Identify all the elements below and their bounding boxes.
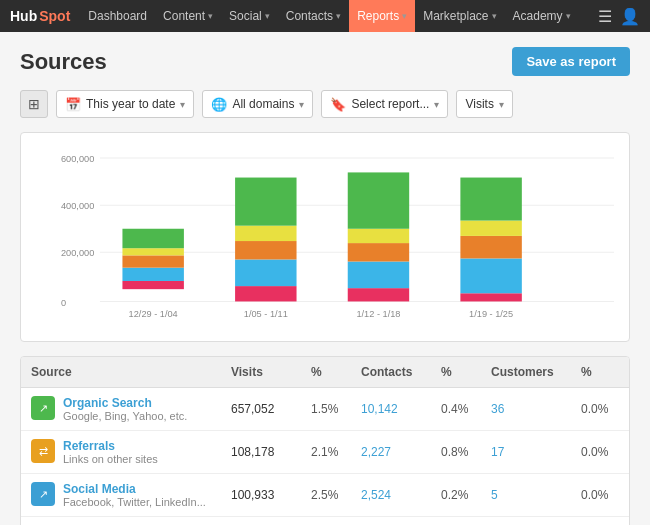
svg-rect-16 <box>235 259 296 286</box>
nav-item-academy[interactable]: Academy ▾ <box>505 0 579 32</box>
chevron-down-icon: ▾ <box>402 11 407 21</box>
save-report-button[interactable]: Save as report <box>512 47 630 76</box>
nav-label-academy: Academy <box>513 9 563 23</box>
chevron-down-icon: ▾ <box>299 99 304 110</box>
contacts-pct: 0.8% <box>441 445 491 459</box>
customers-pct: 0.0% <box>581 445 630 459</box>
visits-value: 657,052 <box>231 402 311 416</box>
customers-value[interactable]: 36 <box>491 402 581 416</box>
contacts-value[interactable]: 2,524 <box>361 488 441 502</box>
table-row: ↗ Social Media Facebook, Twitter, Linked… <box>21 474 629 517</box>
svg-rect-24 <box>348 229 409 243</box>
svg-text:600,000: 600,000 <box>61 154 94 164</box>
svg-rect-9 <box>122 281 183 289</box>
svg-text:1/05 - 1/11: 1/05 - 1/11 <box>244 309 288 319</box>
svg-text:1/12 - 1/18: 1/12 - 1/18 <box>356 309 400 319</box>
calendar-icon: 📅 <box>65 97 81 112</box>
source-cell: ⇄ Referrals Links on other sites <box>31 439 231 465</box>
svg-rect-30 <box>460 221 521 236</box>
hubspot-logo[interactable]: HubSpot <box>10 8 70 24</box>
source-info: Referrals Links on other sites <box>63 439 158 465</box>
data-table: Source Visits % Contacts % Customers % ↗… <box>20 356 630 525</box>
user-icon[interactable]: 👤 <box>620 7 640 26</box>
referrals-link[interactable]: Referrals <box>63 439 158 453</box>
chevron-down-icon: ▾ <box>434 99 439 110</box>
nav-item-reports[interactable]: Reports ▾ <box>349 0 415 32</box>
visits-pct: 2.1% <box>311 445 361 459</box>
nav-item-marketplace[interactable]: Marketplace ▾ <box>415 0 504 32</box>
nav-label-social: Social <box>229 9 262 23</box>
nav-item-social[interactable]: Social ▾ <box>221 0 278 32</box>
nav-item-contacts[interactable]: Contacts ▾ <box>278 0 349 32</box>
menu-icon[interactable]: ☰ <box>598 7 612 26</box>
svg-rect-31 <box>460 178 521 221</box>
source-info: Social Media Facebook, Twitter, LinkedIn… <box>63 482 206 508</box>
customers-value[interactable]: 5 <box>491 488 581 502</box>
svg-text:400,000: 400,000 <box>61 201 94 211</box>
svg-rect-12 <box>122 248 183 255</box>
domain-select[interactable]: 🌐 All domains ▾ <box>202 90 313 118</box>
chevron-down-icon: ▾ <box>265 11 270 21</box>
svg-rect-13 <box>122 229 183 248</box>
contacts-pct: 0.4% <box>441 402 491 416</box>
svg-rect-21 <box>348 288 409 301</box>
svg-text:1/19 - 1/25: 1/19 - 1/25 <box>469 309 513 319</box>
svg-rect-25 <box>348 172 409 228</box>
customers-value[interactable]: 17 <box>491 445 581 459</box>
svg-rect-27 <box>460 293 521 301</box>
svg-rect-18 <box>235 226 296 241</box>
nav-item-content[interactable]: Content ▾ <box>155 0 221 32</box>
svg-text:0: 0 <box>61 298 66 308</box>
svg-rect-22 <box>348 262 409 289</box>
top-navigation: HubSpot Dashboard Content ▾ Social ▾ Con… <box>0 0 650 32</box>
svg-rect-28 <box>460 258 521 293</box>
col-contacts-pct: % <box>441 365 491 379</box>
referrals-sub: Links on other sites <box>63 453 158 465</box>
col-customers-pct: % <box>581 365 630 379</box>
svg-rect-15 <box>235 286 296 301</box>
chevron-down-icon: ▾ <box>208 11 213 21</box>
col-visits: Visits <box>231 365 311 379</box>
report-select[interactable]: 🔖 Select report... ▾ <box>321 90 448 118</box>
table-row: ✉ Email Marketing Email links 378,123 1.… <box>21 517 629 525</box>
chart-container: 600,000 400,000 200,000 0 Visits 12/29 -… <box>20 132 630 342</box>
svg-rect-23 <box>348 243 409 261</box>
logo-hub-text: Hub <box>10 8 37 24</box>
svg-rect-10 <box>122 268 183 281</box>
filter-icon-button[interactable]: ⊞ <box>20 90 48 118</box>
table-row: ↗ Organic Search Google, Bing, Yahoo, et… <box>21 388 629 431</box>
svg-text:200,000: 200,000 <box>61 248 94 258</box>
svg-text:12/29 - 1/04: 12/29 - 1/04 <box>129 309 178 319</box>
svg-rect-11 <box>122 255 183 267</box>
col-source: Source <box>31 365 231 379</box>
visits-value: 100,933 <box>231 488 311 502</box>
contacts-value[interactable]: 2,227 <box>361 445 441 459</box>
chevron-down-icon: ▾ <box>492 11 497 21</box>
contacts-value[interactable]: 10,142 <box>361 402 441 416</box>
nav-label-contacts: Contacts <box>286 9 333 23</box>
source-info: Organic Search Google, Bing, Yahoo, etc. <box>63 396 187 422</box>
page-title: Sources <box>20 49 107 75</box>
page-header: Sources Save as report <box>20 47 630 76</box>
date-range-select[interactable]: 📅 This year to date ▾ <box>56 90 194 118</box>
nav-label-dashboard: Dashboard <box>88 9 147 23</box>
nav-label-content: Content <box>163 9 205 23</box>
organic-search-link[interactable]: Organic Search <box>63 396 187 410</box>
source-cell: ↗ Organic Search Google, Bing, Yahoo, et… <box>31 396 231 422</box>
social-media-link[interactable]: Social Media <box>63 482 206 496</box>
svg-rect-17 <box>235 241 296 259</box>
customers-pct: 0.0% <box>581 402 630 416</box>
contacts-pct: 0.2% <box>441 488 491 502</box>
page-content: Sources Save as report ⊞ 📅 This year to … <box>0 32 650 525</box>
visits-pct: 1.5% <box>311 402 361 416</box>
globe-icon: 🌐 <box>211 97 227 112</box>
col-visits-pct: % <box>311 365 361 379</box>
nav-label-marketplace: Marketplace <box>423 9 488 23</box>
report-placeholder: Select report... <box>351 97 429 111</box>
chevron-down-icon: ▾ <box>180 99 185 110</box>
date-range-label: This year to date <box>86 97 175 111</box>
chevron-down-icon: ▾ <box>336 11 341 21</box>
nav-item-dashboard[interactable]: Dashboard <box>80 0 155 32</box>
metric-select[interactable]: Visits ▾ <box>456 90 512 118</box>
referrals-icon: ⇄ <box>31 439 55 463</box>
